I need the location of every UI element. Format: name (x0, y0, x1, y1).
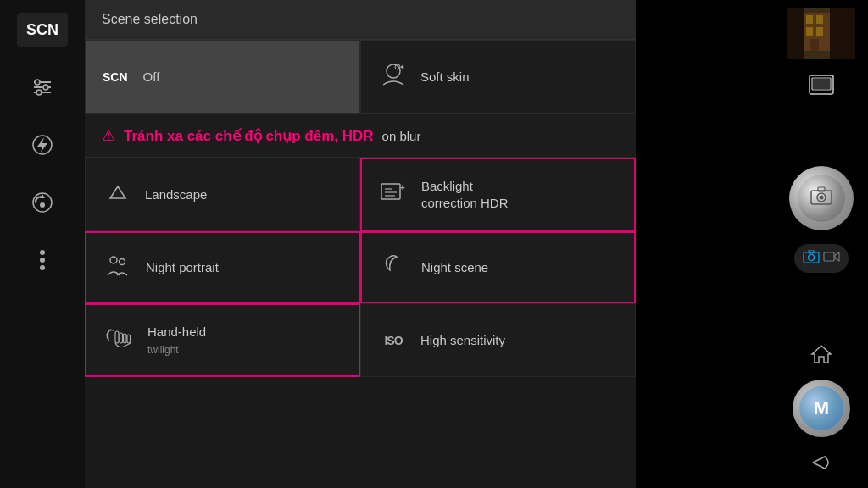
flash-icon[interactable] (17, 124, 68, 166)
right-middle (789, 166, 854, 273)
landscape-label: Landscape (145, 186, 207, 203)
scene-grid: SCN Off ✦ Soft skin ⚠ Tránh xa các chế đ… (85, 40, 636, 377)
scene-soft-skin[interactable]: ✦ Soft skin (360, 40, 636, 114)
svg-marker-17 (110, 186, 125, 198)
gallery-icon[interactable] (796, 68, 847, 102)
svg-marker-7 (37, 137, 47, 152)
svg-point-14 (387, 64, 400, 78)
night-scene-icon (379, 252, 409, 283)
scene-night-scene[interactable]: Night scene (360, 231, 636, 303)
svg-point-5 (36, 90, 42, 95)
svg-rect-32 (816, 15, 823, 24)
backlight-hdr-icon: + (379, 179, 409, 210)
hand-held-label: Hand-held twilight (147, 324, 206, 357)
svg-point-13 (40, 265, 45, 270)
night-scene-label: Night scene (421, 259, 488, 276)
hand-held-icon (103, 324, 136, 356)
svg-rect-35 (810, 39, 819, 51)
iso-icon: ISO (378, 334, 409, 347)
svg-marker-49 (835, 252, 839, 261)
landscape-icon (103, 180, 133, 209)
video-mode-icon (823, 251, 840, 266)
camera-shutter-icon (810, 186, 832, 210)
settings-icon[interactable] (17, 66, 68, 108)
scene-selection-panel: Scene selection SCN Off ✦ Soft skin ⚠ Tr… (85, 0, 636, 488)
scene-high-sensitivity[interactable]: ISO High sensitivity (360, 303, 636, 377)
m-btn-inner: M (799, 386, 843, 430)
night-portrait-label: Night portrait (146, 259, 219, 276)
svg-rect-36 (787, 8, 804, 59)
svg-point-10 (40, 202, 45, 208)
svg-rect-18 (381, 184, 400, 199)
photo-mode-icon (803, 250, 820, 267)
right-top (787, 8, 855, 102)
svg-rect-48 (824, 252, 834, 261)
scene-backlight-hdr[interactable]: + Backlightcorrection HDR (360, 158, 636, 231)
svg-point-44 (820, 196, 824, 200)
warning-text: Tránh xa các chế độ chụp đêm, HDR (124, 127, 374, 145)
svg-rect-45 (804, 252, 819, 263)
svg-marker-50 (812, 346, 831, 363)
shutter-inner (798, 175, 845, 222)
m-mode-button[interactable]: M (793, 380, 850, 437)
warning-icon: ⚠ (102, 126, 115, 145)
svg-rect-33 (806, 27, 813, 36)
scene-hand-held-twilight[interactable]: Hand-held twilight (85, 303, 360, 377)
svg-rect-31 (806, 15, 813, 24)
svg-point-11 (40, 250, 45, 255)
scene-off-label: Off (143, 69, 160, 86)
high-sensitivity-label: High sensitivity (420, 332, 505, 349)
panel-header: Scene selection (85, 0, 636, 40)
svg-point-24 (120, 259, 125, 265)
m-label: M (814, 397, 829, 419)
night-portrait-icon (103, 252, 134, 283)
home-button[interactable] (796, 337, 847, 371)
scn-off-badge: SCN (103, 70, 128, 84)
soft-skin-icon: ✦ (378, 59, 409, 94)
thumbnail[interactable] (787, 8, 855, 59)
svg-point-23 (110, 257, 117, 263)
backlight-hdr-label: Backlightcorrection HDR (421, 178, 509, 211)
svg-text:✦: ✦ (399, 64, 405, 71)
svg-rect-25 (115, 331, 119, 343)
svg-point-3 (35, 80, 40, 85)
svg-rect-40 (813, 79, 830, 89)
right-sidebar: M (775, 0, 868, 488)
hand-held-sublabel: twilight (147, 344, 179, 356)
back-button[interactable] (796, 446, 847, 480)
scene-night-portrait[interactable]: Night portrait (85, 231, 360, 303)
svg-point-4 (43, 85, 48, 90)
warning-row: ⚠ Tránh xa các chế độ chụp đêm, HDR on b… (85, 114, 636, 158)
svg-rect-26 (120, 333, 123, 343)
soft-skin-label: Soft skin (420, 69, 470, 86)
mode-toggle-button[interactable] (794, 244, 849, 273)
scene-landscape[interactable]: Landscape (85, 158, 360, 231)
shutter-button[interactable] (789, 166, 854, 230)
scn-label: SCN (17, 13, 68, 47)
left-sidebar: SCN (0, 0, 85, 488)
svg-point-47 (809, 255, 815, 261)
svg-rect-37 (830, 8, 855, 59)
svg-rect-27 (124, 334, 127, 343)
more-options-icon[interactable] (17, 239, 68, 281)
warning-suffix: on blur (382, 129, 421, 143)
rotate-icon[interactable] (17, 181, 68, 224)
svg-text:+: + (400, 183, 405, 192)
svg-rect-34 (816, 27, 823, 36)
svg-rect-28 (127, 335, 131, 343)
svg-point-12 (40, 258, 45, 263)
scn-mode-button[interactable]: SCN (17, 8, 68, 51)
scene-off[interactable]: SCN Off (85, 40, 360, 114)
right-bottom: M (793, 337, 850, 480)
